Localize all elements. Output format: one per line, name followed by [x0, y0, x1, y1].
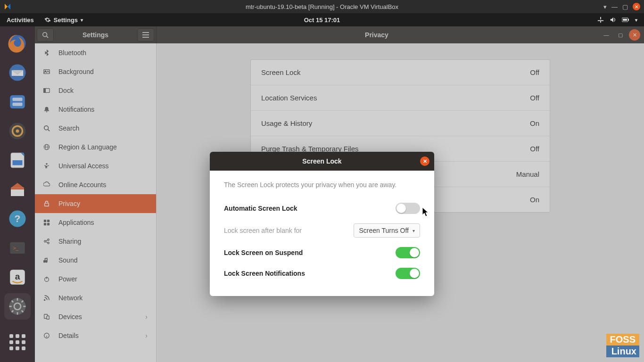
- screen-lock-dialog: Screen Lock ✕ The Screen Lock protects y…: [210, 152, 434, 296]
- watermark-line1: FOSS: [606, 334, 639, 346]
- app-menu-label: Settings: [54, 16, 78, 24]
- lock-on-suspend-label: Lock Screen on Suspend: [224, 249, 303, 256]
- virtualbox-title: mtr-ubuntu-19.10-beta [Running] - Oracle…: [0, 3, 644, 10]
- virtualbox-titlebar: mtr-ubuntu-19.10-beta [Running] - Oracle…: [0, 0, 644, 13]
- svg-rect-9: [623, 19, 627, 21]
- chevron-down-icon: ▾: [81, 17, 83, 23]
- svg-rect-2: [600, 17, 601, 19]
- lock-on-suspend-toggle[interactable]: [396, 247, 420, 258]
- watermark: FOSS Linux: [606, 334, 639, 357]
- row-lock-after-blank: Lock screen after blank for Screen Turns…: [224, 219, 420, 242]
- lock-after-blank-label: Lock screen after blank for: [224, 227, 302, 234]
- svg-rect-8: [628, 19, 629, 21]
- svg-rect-4: [601, 20, 603, 21]
- desktop-area: ? >_ a Settings Privacy —: [0, 26, 644, 362]
- gear-icon: [44, 16, 51, 23]
- row-lock-notifications: Lock Screen Notifications: [224, 263, 420, 284]
- automatic-screen-lock-label: Automatic Screen Lock: [224, 205, 297, 212]
- virtualbox-icon: [3, 2, 12, 11]
- battery-icon: [622, 17, 629, 23]
- lock-after-blank-value: Screen Turns Off: [359, 227, 409, 234]
- vb-maximize-button[interactable]: ▢: [622, 3, 628, 10]
- watermark-line2: Linux: [606, 346, 639, 357]
- svg-marker-0: [5, 4, 8, 9]
- gnome-topbar: Activities Settings ▾ Oct 15 17:01 ▾: [0, 13, 644, 26]
- dialog-body: The Screen Lock protects your privacy wh…: [210, 171, 434, 296]
- virtualbox-window-controls: ▾ — ▢ ✕: [603, 3, 644, 10]
- svg-rect-5: [600, 20, 601, 23]
- vb-close-button[interactable]: ✕: [633, 3, 640, 10]
- dialog-title: Screen Lock: [302, 157, 341, 165]
- svg-marker-1: [8, 4, 10, 9]
- vb-menu-icon[interactable]: ▾: [603, 3, 607, 10]
- svg-rect-3: [598, 20, 600, 21]
- chevron-down-icon: ▾: [413, 228, 415, 233]
- vb-minimize-button[interactable]: —: [611, 3, 618, 10]
- lock-notifications-label: Lock Screen Notifications: [224, 270, 305, 277]
- lock-after-blank-combo[interactable]: Screen Turns Off ▾: [354, 223, 420, 238]
- row-automatic-screen-lock: Automatic Screen Lock: [224, 198, 420, 219]
- dialog-description: The Screen Lock protects your privacy wh…: [224, 181, 420, 189]
- system-status-area[interactable]: ▾: [597, 16, 644, 23]
- app-menu[interactable]: Settings ▾: [41, 16, 87, 24]
- automatic-screen-lock-toggle[interactable]: [396, 203, 420, 214]
- network-icon: [597, 16, 604, 23]
- lock-notifications-toggle[interactable]: [396, 268, 420, 279]
- activities-button[interactable]: Activities: [0, 16, 41, 24]
- chevron-down-icon: ▾: [635, 17, 637, 23]
- dialog-header: Screen Lock ✕: [210, 152, 434, 171]
- guest-desktop: Activities Settings ▾ Oct 15 17:01 ▾ ? >…: [0, 13, 644, 362]
- row-lock-on-suspend: Lock Screen on Suspend: [224, 242, 420, 263]
- svg-marker-6: [611, 17, 613, 23]
- clock[interactable]: Oct 15 17:01: [0, 16, 644, 24]
- dialog-close-button[interactable]: ✕: [420, 156, 429, 166]
- volume-icon: [610, 16, 616, 23]
